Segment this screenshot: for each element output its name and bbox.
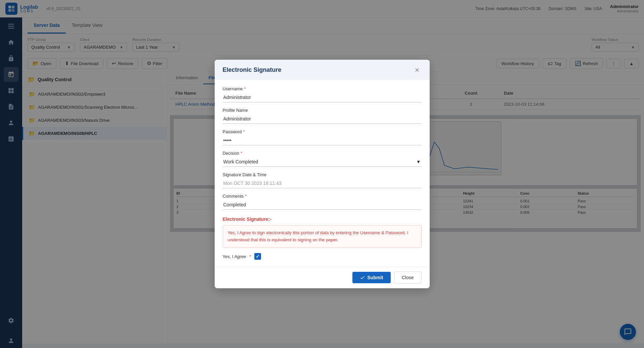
sig-date-label: Signature Date & Time	[223, 172, 267, 177]
sig-date-field: Signature Date & Time	[223, 172, 422, 188]
comments-required: *	[245, 194, 247, 199]
username-required: *	[244, 86, 246, 91]
username-input[interactable]	[223, 93, 422, 102]
profile-name-field: Profile Name	[223, 108, 422, 124]
decision-value: Work Completed	[223, 159, 258, 164]
submit-icon	[360, 275, 365, 280]
modal-footer: Submit Close	[215, 266, 430, 288]
comments-label: Comments	[223, 194, 244, 199]
checkbox-check-icon: ✓	[256, 254, 260, 259]
decision-select[interactable]: Work Completed ▼	[223, 157, 422, 167]
agree-label: Yes, I Agree	[223, 254, 246, 259]
agree-checkbox[interactable]: ✓	[254, 253, 261, 260]
agree-required: *	[249, 254, 251, 259]
agree-row: Yes, I Agree * ✓	[223, 253, 422, 260]
decision-arrow: ▼	[416, 159, 421, 164]
modal-header: Electronic Signature ✕	[215, 60, 430, 80]
modal-overlay: Electronic Signature ✕ Username * Profil…	[0, 0, 644, 348]
comments-field: Comments *	[223, 194, 422, 210]
username-field: Username *	[223, 86, 422, 102]
password-label: Password	[223, 129, 242, 134]
password-input[interactable]	[223, 136, 422, 145]
close-button[interactable]: Close	[394, 271, 422, 284]
modal-body: Username * Profile Name Password *	[215, 80, 430, 267]
modal-close-button[interactable]: ✕	[413, 66, 422, 74]
username-label: Username	[223, 86, 243, 91]
profile-name-input[interactable]	[223, 114, 422, 124]
electronic-signature-modal: Electronic Signature ✕ Username * Profil…	[215, 60, 430, 289]
decision-label: Decision	[223, 151, 240, 156]
profile-name-label: Profile Name	[223, 108, 248, 113]
password-field: Password *	[223, 129, 422, 145]
decision-required: *	[241, 151, 242, 156]
decision-field: Decision * Work Completed ▼	[223, 151, 422, 167]
sig-section-label: Electronic Signature:-	[223, 216, 422, 222]
submit-button[interactable]: Submit	[352, 272, 390, 283]
password-required: *	[243, 129, 245, 134]
sig-date-input	[223, 179, 422, 188]
modal-title: Electronic Signature	[223, 66, 282, 73]
comments-input[interactable]	[223, 200, 422, 210]
sig-section: Electronic Signature:- Yes, I Agree to s…	[223, 216, 422, 260]
sig-text: Yes, I Agree to sign electronically this…	[223, 225, 422, 248]
